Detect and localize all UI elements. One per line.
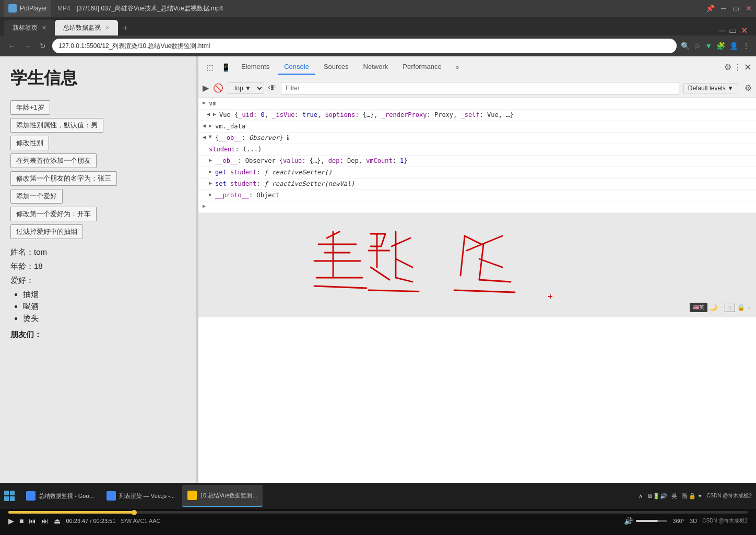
- console-line-set-student: ▶ set student: ƒ reactiveSetter(newVal): [198, 179, 756, 190]
- stop-btn[interactable]: ■: [19, 517, 23, 525]
- account-icon[interactable]: 👤: [729, 42, 738, 50]
- btn-rename-friend[interactable]: 修改第一个朋友的名字为：张三: [10, 171, 117, 186]
- vmdata-left-arrow: ◀: [203, 123, 206, 128]
- ob-left-arrow: ◀: [203, 134, 206, 140]
- tray-csdn: CSDN @符木成栀2: [706, 492, 752, 500]
- more-tabs-btn[interactable]: »: [450, 60, 465, 75]
- context-select[interactable]: top ▼: [228, 82, 264, 94]
- get-student-expand[interactable]: ▶: [209, 169, 212, 174]
- browser-minimize[interactable]: ─: [719, 26, 725, 35]
- window-controls: 📌 ─ ▭ ✕: [706, 4, 752, 13]
- windows-icon: [4, 491, 15, 501]
- student-text: student: (...): [209, 146, 262, 153]
- tray-icons: 🖥🔋🔊: [647, 493, 667, 500]
- hobby-item: 烫头: [23, 314, 185, 324]
- friends-label: 朋友们：: [10, 330, 185, 340]
- tray-moon: 🌙: [710, 304, 717, 311]
- devtools-more-btn[interactable]: ⋮: [734, 62, 742, 72]
- default-levels-btn[interactable]: Default levels ▼: [683, 83, 738, 93]
- taskbar-item-chrome2[interactable]: 列表渲染 — Vue.js -...: [101, 485, 180, 507]
- progress-bar[interactable]: [8, 511, 748, 514]
- btn-modify-hobby[interactable]: 修改第一个爱好为：开车: [10, 207, 97, 221]
- devtools-close-btn[interactable]: ✕: [744, 62, 752, 73]
- tab-summary-label: 总结数据监视: [63, 23, 101, 32]
- filter-input[interactable]: [281, 82, 679, 94]
- zoom-icon[interactable]: 🔍: [681, 42, 690, 50]
- handwriting-svg: [198, 213, 756, 317]
- tab-summary-close[interactable]: ✕: [105, 25, 110, 31]
- tray-up-arrow[interactable]: ∧: [639, 493, 643, 500]
- ob-expand[interactable]: ▶: [208, 135, 214, 138]
- student-info: 姓名：tom 年龄：18 爱好： 抽烟 喝酒 烫头 朋友们：: [10, 247, 185, 340]
- vm-expand[interactable]: ▶: [203, 100, 206, 105]
- proto-expand[interactable]: ▶: [209, 192, 212, 197]
- set-student-text: set student: ƒ reactiveSetter(newVal): [215, 180, 355, 187]
- tab-new-tab[interactable]: 新标签页 ✕: [4, 20, 55, 35]
- prev-btn[interactable]: ⏮: [29, 517, 36, 525]
- tab-performance[interactable]: Performance: [396, 60, 447, 75]
- hobby-label: 爱好：: [10, 276, 185, 286]
- close-btn[interactable]: ✕: [746, 4, 752, 13]
- media-tags: S/W AVC1 AAC: [121, 518, 160, 524]
- console-line-get-student: ▶ get student: ƒ reactiveGetter(): [198, 167, 756, 179]
- browser-restore[interactable]: ▭: [729, 26, 737, 35]
- progress-thumb[interactable]: [132, 510, 137, 515]
- bottom-expand[interactable]: ▶: [203, 203, 206, 209]
- vue-obj-text: Vue {_uid: 0, _isVue: true, $options: {……: [219, 111, 514, 118]
- ob-prop-expand[interactable]: ▶: [209, 157, 212, 163]
- taskbar-item-chrome1[interactable]: 总结数据监视 - Goo...: [21, 485, 99, 507]
- eye-btn[interactable]: 👁: [268, 84, 277, 93]
- volume-icon[interactable]: 🔊: [624, 517, 633, 525]
- extension2-icon[interactable]: 🧩: [716, 42, 725, 50]
- btn-modify-gender[interactable]: 修改性别: [10, 136, 49, 150]
- devtools-settings-btn[interactable]: ⚙: [724, 62, 731, 72]
- tray-lang: 🇺🇸英: [690, 303, 707, 312]
- device-icon[interactable]: 📱: [218, 60, 233, 75]
- pin-btn[interactable]: 📌: [706, 4, 715, 13]
- play-btn[interactable]: ▶: [8, 517, 14, 525]
- next-btn[interactable]: ⏭: [41, 517, 49, 525]
- console-settings-btn[interactable]: ⚙: [745, 83, 752, 93]
- forward-btn[interactable]: →: [22, 40, 33, 52]
- tab-summary[interactable]: 总结数据监视 ✕: [55, 20, 118, 35]
- btn-add-hobby[interactable]: 添加一个爱好: [10, 189, 63, 204]
- ob-prop-text: __ob__: Observer {value: {…}, dep: Dep, …: [215, 157, 408, 164]
- tab-console[interactable]: Console: [278, 60, 315, 75]
- btn-add-gender[interactable]: 添加性别属性，默认值：男: [10, 118, 103, 133]
- address-input[interactable]: [52, 39, 677, 53]
- btn-filter-hobby[interactable]: 过滤掉爱好中的抽烟: [10, 224, 83, 239]
- back-btn[interactable]: ←: [6, 40, 18, 52]
- tab-network[interactable]: Network: [357, 60, 395, 75]
- vmdata-expand[interactable]: ▶: [209, 123, 212, 128]
- drawing-area: 🇺🇸英 🌙 · 画 🔒 ✦: [198, 213, 756, 317]
- tab-elements[interactable]: Elements: [235, 60, 276, 75]
- media-controls: ▶ ■ ⏮ ⏭ ⏏ 00:23:47 / 00:23:51 S/W AVC1 A…: [8, 517, 748, 525]
- volume-fill: [636, 520, 658, 522]
- btn-add-friend[interactable]: 在列表首位添加一个朋友: [10, 153, 97, 168]
- run-btn[interactable]: ▶: [203, 83, 209, 93]
- console-line-ob-prop: ▶ __ob__: Observer {value: {…}, dep: Dep…: [198, 156, 756, 167]
- reload-btn[interactable]: ↻: [38, 40, 48, 52]
- menu-icon[interactable]: ⋮: [742, 42, 750, 50]
- bookmark-icon[interactable]: ☆: [694, 42, 701, 50]
- vue-expand[interactable]: ▶: [213, 111, 216, 117]
- taskbar-item-vscode[interactable]: 10.总结Vue数据监测...: [182, 485, 263, 507]
- new-tab-button[interactable]: +: [118, 21, 133, 35]
- restore-btn[interactable]: ▭: [733, 4, 739, 13]
- extension1-icon[interactable]: ▼: [705, 42, 712, 50]
- action-buttons: 年龄+1岁 添加性别属性，默认值：男 修改性别 在列表首位添加一个朋友 修改第一…: [10, 100, 185, 239]
- tab-bar: 新标签页 ✕ 总结数据监视 ✕ + ─ ▭ ✕: [0, 17, 756, 35]
- block-btn[interactable]: 🚫: [213, 83, 223, 93]
- volume-slider[interactable]: [636, 520, 667, 522]
- eject-btn[interactable]: ⏏: [54, 517, 61, 525]
- console-output: ▶ vm ◀ ▶ Vue {_uid: 0, _isVue: true, $op…: [198, 98, 756, 483]
- inspect-icon[interactable]: ⬚: [203, 60, 217, 75]
- set-student-expand[interactable]: ▶: [209, 180, 212, 186]
- start-btn[interactable]: [4, 491, 15, 501]
- tab-sources[interactable]: Sources: [317, 60, 355, 75]
- minimize-btn[interactable]: ─: [721, 4, 726, 13]
- browser-close[interactable]: ✕: [741, 26, 748, 35]
- tab-new-tab-close[interactable]: ✕: [42, 25, 46, 31]
- btn-age-plus[interactable]: 年龄+1岁: [10, 100, 50, 115]
- mode-display: 3D: [690, 518, 697, 524]
